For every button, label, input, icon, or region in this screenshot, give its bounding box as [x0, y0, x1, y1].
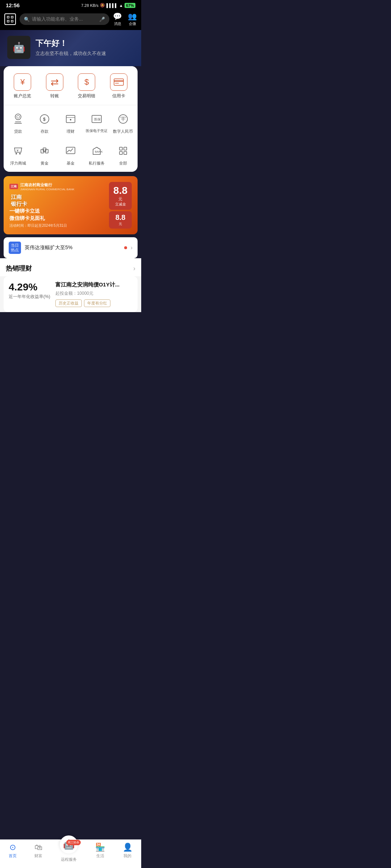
amount-badge-2: 8.8 元: [109, 211, 132, 229]
hot-indicator-dot: [124, 246, 127, 249]
deposit-label: 存款: [41, 129, 49, 134]
time-display: 12:56: [6, 2, 20, 8]
svg-text:¥: ¥: [16, 149, 19, 152]
account-overview-icon: ¥: [14, 73, 31, 91]
wealth-mgmt-icon: [63, 111, 79, 127]
status-icons: 7.28 KB/s 🔕 ▌▌▌▌ ▲ 67%: [81, 3, 135, 8]
banner-card-icon: 江南银行卡: [11, 194, 27, 207]
digital-rmb-button[interactable]: 数字人民币: [110, 110, 136, 136]
medical-insurance-button[interactable]: 医保 医保电子凭证: [84, 110, 110, 136]
mute-icon: 🔕: [100, 3, 105, 8]
all-label: 全部: [119, 161, 127, 166]
svg-rect-2: [7, 20, 9, 22]
svg-rect-32: [119, 152, 122, 154]
medical-insurance-icon: 医保: [89, 111, 105, 127]
banner-image[interactable]: 江南 江南农村商业银行 JIANGNAN RURAL COMMERCIAL BA…: [4, 176, 138, 234]
private-service-icon: BANK: [89, 143, 105, 159]
svg-rect-0: [7, 16, 9, 18]
top-action-icons: 💬 消息 👥 企微: [113, 12, 137, 26]
search-icon: 🔍: [24, 17, 30, 22]
transaction-icon: $: [78, 73, 95, 91]
bank-english-name: JIANGNAN RURAL COMMERCIAL BANK: [20, 188, 75, 191]
svg-text:BANK: BANK: [95, 150, 103, 153]
banner-main-text: 一键绑卡立送: [9, 208, 75, 215]
bottom-icon-row: ¥ 浮力商城 黄金 基金: [4, 137, 138, 169]
credit-card-button[interactable]: 信用卡: [103, 72, 135, 101]
credit-card-label: 信用卡: [112, 93, 125, 99]
finance-tags: 历史正收益 年度有分红: [55, 299, 133, 307]
all-icon: [115, 143, 131, 159]
svg-rect-3: [11, 20, 13, 22]
transfer-label: 转账: [50, 93, 59, 99]
svg-rect-26: [45, 149, 48, 153]
digital-rmb-label: 数字人民币: [113, 129, 133, 134]
banner-activity-time: 活动时间：即日起至2024年5月31日: [9, 223, 75, 228]
svg-point-7: [15, 114, 21, 120]
hot-badge: 当日 热点: [9, 242, 21, 254]
signal-icon: ▌▌▌▌: [106, 3, 118, 8]
private-service-button[interactable]: BANK 私行服务: [84, 141, 110, 167]
fund-button[interactable]: 基金: [58, 141, 84, 167]
finance-tag-2: 年度有分红: [84, 299, 110, 307]
finance-min-invest: 起投金额：10000元: [55, 290, 133, 297]
svg-text:$: $: [43, 117, 46, 122]
deposit-button[interactable]: $ 存款: [31, 110, 57, 136]
finance-info-section: 富江南之安润纯债O1Y计... 起投金额：10000元 历史正收益 年度有分红: [55, 281, 133, 307]
banner-sub-text: 微信绑卡兑面礼: [9, 215, 75, 222]
avatar: 🤖: [7, 36, 30, 59]
deposit-icon: $: [37, 111, 52, 127]
loan-button[interactable]: 贷款: [5, 110, 31, 136]
greeting-text: 下午好！: [35, 38, 106, 49]
microphone-icon[interactable]: 🎤: [99, 17, 105, 22]
transfer-icon: [46, 73, 63, 91]
svg-rect-28: [66, 147, 75, 154]
finance-product-card[interactable]: 4.29% 近一年年化收益率(%) 富江南之安润纯债O1Y计... 起投金额：1…: [4, 276, 138, 312]
reduction-text: 立减金: [113, 202, 127, 207]
transaction-detail-button[interactable]: $ 交易明细: [71, 72, 103, 101]
top-icon-row: ¥ 账户总览 转账 $ 交易明细: [4, 72, 138, 105]
robot-icon: 🤖: [13, 42, 25, 54]
hot-finance-section: 热销理财 › 4.29% 近一年年化收益率(%) 富江南之安润纯债O1Y计...…: [0, 258, 141, 312]
shopping-button[interactable]: ¥ 浮力商城: [5, 141, 31, 167]
finance-rate-section: 4.29% 近一年年化收益率(%): [9, 281, 50, 307]
shopping-label: 浮力商城: [10, 161, 26, 166]
hot-news-text: 英伟达涨幅扩大至5%: [25, 244, 121, 251]
finance-rate: 4.29%: [9, 281, 50, 293]
middle-icon-row: 贷款 $ 存款 理财: [4, 105, 138, 137]
svg-rect-27: [43, 148, 46, 152]
banner-left-content: 江南 江南农村商业银行 JIANGNAN RURAL COMMERCIAL BA…: [9, 182, 75, 228]
message-icon: 💬: [113, 12, 122, 21]
bank-name-row: 江南 江南农村商业银行 JIANGNAN RURAL COMMERCIAL BA…: [9, 182, 75, 191]
status-bar: 12:56 7.28 KB/s 🔕 ▌▌▌▌ ▲ 67%: [0, 0, 141, 10]
finance-product-name: 富江南之安润纯债O1Y计...: [55, 281, 133, 288]
svg-rect-31: [124, 147, 127, 150]
message-button[interactable]: 💬 消息: [113, 12, 122, 26]
amount-unit: 元: [113, 196, 127, 202]
fund-label: 基金: [67, 161, 75, 166]
transfer-button[interactable]: 转账: [39, 72, 71, 101]
hero-banner: 🤖 下午好！ 立志在坚不在锐，成功在久不在速: [0, 30, 141, 66]
account-overview-button[interactable]: ¥ 账户总览: [7, 72, 39, 101]
all-button[interactable]: 全部: [110, 141, 136, 167]
loan-icon: [10, 111, 26, 127]
enterprise-wechat-button[interactable]: 👥 企微: [128, 12, 137, 26]
gold-button[interactable]: 黄金: [31, 141, 57, 167]
bank-full-name: 江南农村商业银行: [20, 182, 75, 188]
wealth-mgmt-button[interactable]: 理财: [58, 110, 84, 136]
scan-button[interactable]: [4, 13, 16, 25]
svg-point-23: [19, 153, 21, 154]
digital-rmb-icon: [115, 111, 131, 127]
search-placeholder: 请输入功能名称、业务...: [32, 16, 83, 22]
enterprise-icon: 👥: [128, 12, 137, 21]
hot-finance-more-button[interactable]: ›: [133, 265, 135, 272]
svg-text:医保: 医保: [94, 118, 101, 121]
search-input[interactable]: 🔍 请输入功能名称、业务... 🎤: [20, 13, 109, 25]
svg-rect-25: [41, 149, 44, 153]
main-card: ¥ 账户总览 转账 $ 交易明细: [4, 66, 138, 172]
credit-card-icon: [110, 73, 127, 91]
gold-icon: [37, 143, 52, 159]
hot-news-bar[interactable]: 当日 热点 英伟达涨幅扩大至5% ›: [4, 237, 138, 258]
medical-insurance-label: 医保电子凭证: [86, 129, 108, 133]
promo-banner[interactable]: 江南 江南农村商业银行 JIANGNAN RURAL COMMERCIAL BA…: [4, 176, 138, 234]
svg-rect-4: [114, 79, 123, 85]
